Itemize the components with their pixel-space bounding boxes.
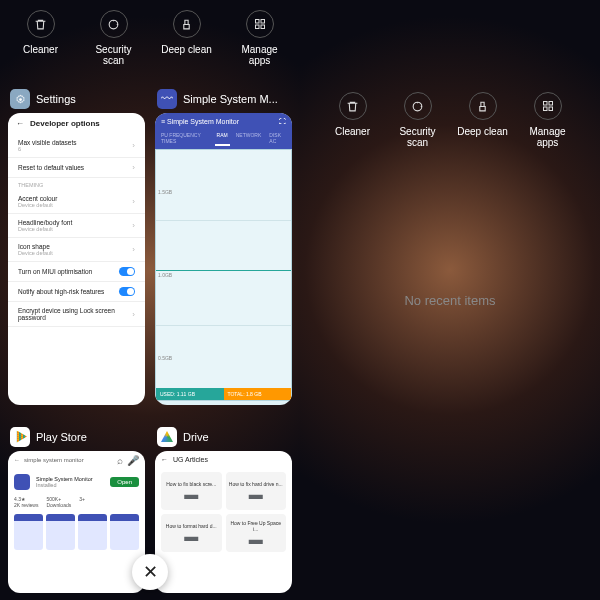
play-thumbnail[interactable]: ←simple system monitor⌕🎤 Simple System M… — [8, 451, 145, 593]
svg-rect-4 — [261, 25, 265, 29]
folder-icon: ▬ — [249, 532, 263, 546]
drive-folder: How to format hard d...▬ — [161, 514, 222, 552]
recents-screen-empty: Cleaner Security scan Deep clean Manage … — [300, 0, 600, 600]
svg-point-5 — [19, 98, 22, 101]
settings-titlebar: ←Developer options — [8, 113, 145, 134]
tool-security-scan[interactable]: Security scan — [389, 92, 447, 148]
app-card-monitor[interactable]: 〰 Simple System M... ≡ Simple System Mon… — [155, 85, 292, 405]
tool-label: Deep clean — [161, 44, 212, 55]
settings-row: Headline/body fontDevice default› — [8, 214, 145, 238]
folder-icon: ▬ — [184, 529, 198, 543]
settings-row: Icon shapeDevice default› — [8, 238, 145, 262]
tool-label: Manage apps — [231, 44, 289, 66]
app-name: Simple System M... — [183, 93, 278, 105]
tool-manage-apps[interactable]: Manage apps — [231, 10, 289, 66]
app-header: 〰 Simple System M... — [155, 85, 292, 113]
svg-point-6 — [413, 102, 422, 111]
app-header: Play Store — [8, 423, 145, 451]
svg-rect-2 — [261, 20, 265, 24]
grid-icon — [246, 10, 274, 38]
svg-rect-7 — [543, 102, 547, 106]
scan-icon — [404, 92, 432, 120]
mic-icon: 🎤 — [127, 455, 139, 466]
tool-deep-clean[interactable]: Deep clean — [454, 92, 512, 148]
close-icon: ✕ — [143, 561, 158, 583]
fullscreen-icon: ⛶ — [279, 118, 286, 125]
monitor-titlebar: ≡ Simple System Monitor⛶ — [155, 113, 292, 130]
app-card-settings[interactable]: Settings ←Developer options Max visible … — [8, 85, 145, 405]
toolbar: Cleaner Security scan Deep clean Manage … — [300, 82, 600, 156]
monitor-tabs: PU FREQUENCY TIMES RAM NETWORK DISK AC — [155, 130, 292, 149]
grid-icon — [534, 92, 562, 120]
app-header: Settings — [8, 85, 145, 113]
app-name: Settings — [36, 93, 76, 105]
drive-folder: How to Free Up Space i...▬ — [226, 514, 287, 552]
search-icon: ⌕ — [117, 455, 123, 466]
drive-grid: How to fix black scre...▬ How to fix har… — [155, 468, 292, 556]
tool-manage-apps[interactable]: Manage apps — [519, 92, 577, 148]
svg-point-0 — [109, 20, 118, 29]
broom-icon — [469, 92, 497, 120]
tool-label: Security scan — [389, 126, 447, 148]
open-button: Open — [110, 477, 139, 487]
toggle-on — [119, 267, 135, 276]
result-app-icon — [14, 474, 30, 490]
back-icon: ← — [161, 456, 168, 463]
back-icon: ← — [16, 119, 24, 128]
drive-titlebar: ←UG Articles — [155, 451, 292, 468]
settings-row: Encrypt device using Lock screen passwor… — [8, 302, 145, 327]
app-name: Play Store — [36, 431, 87, 443]
toggle-on — [119, 287, 135, 296]
svg-rect-8 — [549, 102, 553, 106]
trash-icon — [339, 92, 367, 120]
tool-cleaner[interactable]: Cleaner — [12, 10, 70, 66]
settings-row: Reset to default values› — [8, 158, 145, 178]
tool-label: Security scan — [85, 44, 143, 66]
toolbar: Cleaner Security scan Deep clean Manage … — [0, 0, 300, 74]
section-label: THEMING — [8, 178, 145, 190]
recents-grid: Settings ←Developer options Max visible … — [0, 85, 300, 600]
play-search: ←simple system monitor⌕🎤 — [8, 451, 145, 470]
svg-rect-1 — [255, 20, 259, 24]
recents-screen-with-apps: Cleaner Security scan Deep clean Manage … — [0, 0, 300, 600]
ram-graph: 1.5GB1.0GB0.5GB USED: 1.11 GBTOTAL: 1.8 … — [155, 149, 292, 401]
play-result: Simple System MonitorInstalled Open — [8, 470, 145, 494]
app-name: Drive — [183, 431, 209, 443]
tool-label: Cleaner — [23, 44, 58, 55]
settings-row: Notify about high-risk features — [8, 282, 145, 302]
settings-thumbnail[interactable]: ←Developer options Max visible datasets6… — [8, 113, 145, 405]
svg-rect-3 — [255, 25, 259, 29]
drive-app-icon — [157, 427, 177, 447]
drive-folder: How to fix hard drive n...▬ — [226, 472, 287, 510]
clear-all-button[interactable]: ✕ — [132, 554, 168, 590]
tool-label: Deep clean — [457, 126, 508, 137]
svg-rect-9 — [543, 107, 547, 111]
scan-icon — [100, 10, 128, 38]
folder-icon: ▬ — [249, 487, 263, 501]
drive-folder: How to fix black scre...▬ — [161, 472, 222, 510]
tool-label: Cleaner — [335, 126, 370, 137]
tool-label: Manage apps — [519, 126, 577, 148]
broom-icon — [173, 10, 201, 38]
app-header: Drive — [155, 423, 292, 451]
play-stats: 4.3★2K reviews 500K+Downloads 3+ — [8, 494, 145, 510]
tool-deep-clean[interactable]: Deep clean — [158, 10, 216, 66]
tool-security-scan[interactable]: Security scan — [85, 10, 143, 66]
svg-rect-10 — [549, 107, 553, 111]
play-screenshots — [8, 510, 145, 554]
settings-row: Max visible datasets6› — [8, 134, 145, 158]
play-store-app-icon — [10, 427, 30, 447]
folder-icon: ▬ — [184, 487, 198, 501]
trash-icon — [27, 10, 55, 38]
settings-app-icon — [10, 89, 30, 109]
settings-row: Turn on MIUI optimisation — [8, 262, 145, 282]
drive-thumbnail[interactable]: ←UG Articles How to fix black scre...▬ H… — [155, 451, 292, 593]
app-card-drive[interactable]: Drive ←UG Articles How to fix black scre… — [155, 423, 292, 593]
monitor-thumbnail[interactable]: ≡ Simple System Monitor⛶ PU FREQUENCY TI… — [155, 113, 292, 405]
monitor-app-icon: 〰 — [157, 89, 177, 109]
settings-row: Accent colourDevice default› — [8, 190, 145, 214]
empty-recents-message: No recent items — [300, 293, 600, 308]
app-card-play-store[interactable]: Play Store ←simple system monitor⌕🎤 Simp… — [8, 423, 145, 593]
back-icon: ← — [14, 457, 20, 463]
tool-cleaner[interactable]: Cleaner — [324, 92, 382, 148]
